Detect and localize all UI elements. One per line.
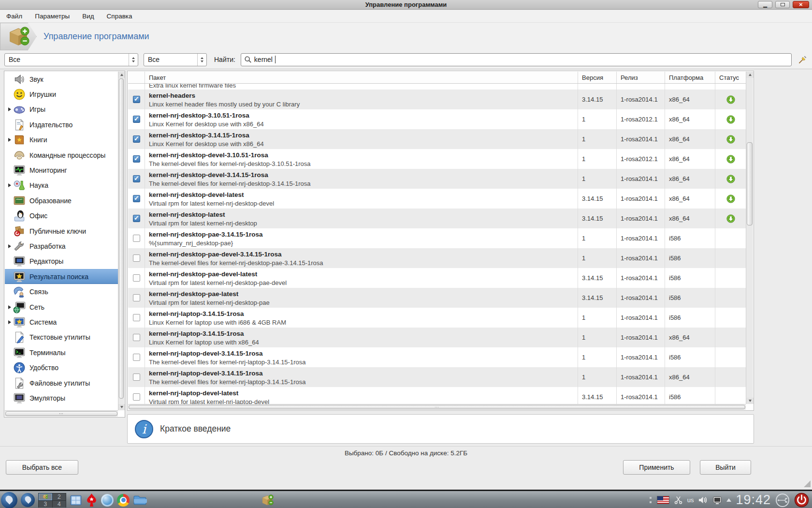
sidebar-item[interactable]: Звук bbox=[5, 72, 118, 87]
scroll-down-icon[interactable] bbox=[118, 404, 125, 410]
usb-emblem-icon[interactable] bbox=[775, 493, 790, 508]
expand-arrow-icon[interactable] bbox=[7, 107, 13, 111]
table-row[interactable]: kernel-nrj-desktop-pae-latestVirtual rpm… bbox=[128, 288, 746, 308]
apply-button[interactable]: Применить bbox=[623, 460, 690, 475]
package-checkbox[interactable] bbox=[133, 116, 140, 123]
package-checkbox[interactable] bbox=[133, 195, 140, 202]
sidebar-item[interactable]: Терминалы bbox=[5, 345, 118, 360]
clear-search-icon[interactable] bbox=[797, 54, 808, 65]
column-header[interactable]: Релиз bbox=[616, 72, 665, 83]
power-button-icon[interactable] bbox=[794, 493, 809, 508]
category-filter-dropdown[interactable]: Все bbox=[4, 53, 138, 66]
column-header[interactable]: Платформа bbox=[665, 72, 715, 83]
column-header[interactable]: Пакет bbox=[145, 72, 578, 83]
sidebar-item[interactable]: Мониторинг bbox=[5, 163, 118, 178]
expand-arrow-icon[interactable] bbox=[7, 138, 13, 142]
package-checkbox[interactable] bbox=[133, 294, 140, 301]
menu-item-2[interactable]: Параметры bbox=[35, 13, 70, 20]
table-row[interactable]: kernel-nrj-laptop-3.14.15-1rosaLinux Ker… bbox=[128, 308, 746, 328]
sidebar-item[interactable]: Офис bbox=[5, 209, 118, 224]
menu-item-1[interactable]: Файл bbox=[6, 13, 22, 20]
scroll-up-icon[interactable] bbox=[746, 72, 754, 78]
expand-arrow-icon[interactable] bbox=[7, 244, 13, 248]
table-row[interactable]: kernel-headersLinux kernel header files … bbox=[128, 90, 746, 109]
scroll-up-icon[interactable] bbox=[118, 72, 125, 78]
sidebar-item[interactable]: Командные процессоры bbox=[5, 148, 118, 163]
rosa-menu-icon[interactable] bbox=[1, 492, 17, 508]
clipboard-scissors-icon[interactable] bbox=[674, 495, 683, 505]
package-checkbox[interactable] bbox=[133, 96, 140, 103]
package-checkbox[interactable] bbox=[133, 215, 140, 222]
sidebar-item[interactable]: Образование bbox=[5, 193, 118, 208]
maximize-button[interactable] bbox=[775, 1, 790, 8]
spinner-icon[interactable] bbox=[129, 54, 138, 66]
table-row[interactable]: kernel-nrj-desktop-3.14.15-1rosaLinux Ke… bbox=[128, 129, 746, 149]
sidebar-vertical-scrollbar[interactable] bbox=[118, 72, 124, 410]
table-row[interactable]: kernel-nrj-laptop-3.14.15-1rosaLinux Ker… bbox=[128, 328, 746, 347]
column-header[interactable] bbox=[128, 72, 145, 83]
package-checkbox[interactable] bbox=[133, 155, 140, 163]
package-checkbox[interactable] bbox=[133, 393, 140, 401]
expand-arrow-icon[interactable] bbox=[7, 320, 13, 324]
table-row[interactable]: kernel-nrj-desktop-latestVirtual rpm for… bbox=[128, 209, 746, 228]
sidebar-item[interactable]: Издательство bbox=[5, 117, 118, 132]
sidebar-item[interactable]: Текстовые утилиты bbox=[5, 330, 118, 345]
file-manager-icon[interactable] bbox=[133, 494, 147, 506]
sidebar-item[interactable]: Разработка bbox=[5, 239, 118, 254]
sidebar-item[interactable]: Игрушки bbox=[5, 87, 118, 102]
media-filter-dropdown[interactable]: Все bbox=[144, 53, 207, 66]
sidebar-horizontal-scrollbar[interactable] bbox=[5, 410, 118, 417]
scrollbar-thumb[interactable] bbox=[129, 405, 745, 409]
package-checkbox[interactable] bbox=[133, 334, 140, 341]
column-header[interactable]: Версия bbox=[578, 72, 616, 83]
package-checkbox[interactable] bbox=[133, 314, 140, 321]
sidebar-item[interactable]: Эмуляторы bbox=[5, 390, 118, 405]
workspace-4[interactable]: 4 bbox=[53, 501, 66, 508]
package-checkbox[interactable] bbox=[133, 354, 140, 361]
package-checkbox[interactable] bbox=[133, 175, 140, 182]
table-row-partial[interactable]: Extra linux kernel firmware files bbox=[128, 84, 746, 90]
sidebar-item[interactable]: Связь bbox=[5, 284, 118, 299]
window-list-icon[interactable] bbox=[70, 494, 82, 507]
volume-icon[interactable] bbox=[698, 495, 708, 505]
keyboard-flag-icon[interactable] bbox=[657, 496, 669, 504]
sidebar-item[interactable]: Система bbox=[5, 314, 118, 329]
column-header[interactable]: Статус bbox=[715, 72, 746, 83]
display-tray-icon[interactable] bbox=[712, 495, 722, 505]
table-row[interactable]: kernel-nrj-laptop-devel-3.14.15-1rosaThe… bbox=[128, 347, 746, 367]
sidebar-item[interactable]: Результаты поиска bbox=[5, 269, 118, 284]
scrollbar-thumb[interactable] bbox=[747, 142, 753, 225]
spinner-icon[interactable] bbox=[197, 54, 206, 66]
select-all-button[interactable]: Выбрать все bbox=[6, 460, 78, 475]
package-checkbox[interactable] bbox=[133, 274, 140, 282]
table-row[interactable]: kernel-nrj-desktop-devel-latestVirtual r… bbox=[128, 189, 746, 209]
resize-grip[interactable] bbox=[804, 480, 811, 487]
sidebar-item[interactable]: Редакторы bbox=[5, 254, 118, 269]
sidebar-item[interactable]: Наука bbox=[5, 178, 118, 193]
sidebar-item[interactable]: Файловые утилиты bbox=[5, 375, 118, 390]
chrome-icon[interactable] bbox=[117, 494, 130, 507]
tray-expander-icon[interactable] bbox=[650, 497, 652, 503]
minimize-button[interactable]: ▁ bbox=[758, 1, 772, 8]
close-button[interactable]: ✕ bbox=[793, 1, 809, 8]
workspace-pager[interactable]: 234 bbox=[38, 493, 66, 508]
expand-arrow-icon[interactable] bbox=[7, 305, 13, 309]
chromium-icon[interactable] bbox=[101, 494, 114, 507]
menu-item-4[interactable]: Справка bbox=[107, 13, 132, 20]
package-checkbox[interactable] bbox=[133, 374, 140, 381]
table-vertical-scrollbar[interactable] bbox=[746, 72, 753, 404]
software-manager-task-icon[interactable] bbox=[260, 493, 275, 508]
window-titlebar[interactable]: Управление программами ▁ ✕ bbox=[0, 0, 812, 10]
table-row[interactable]: kernel-nrj-desktop-devel-3.10.51-1rosaTh… bbox=[128, 149, 746, 169]
workspace-3[interactable]: 3 bbox=[39, 501, 52, 508]
workspace-2[interactable]: 2 bbox=[53, 493, 66, 500]
workspace-1-active[interactable] bbox=[39, 493, 52, 500]
menu-item-3[interactable]: Вид bbox=[82, 13, 94, 20]
keyboard-layout-label[interactable]: us bbox=[687, 496, 694, 504]
table-horizontal-scrollbar[interactable] bbox=[128, 404, 746, 410]
scroll-down-icon[interactable] bbox=[746, 398, 754, 404]
sidebar-item[interactable]: Удобство bbox=[5, 360, 118, 375]
table-row[interactable]: kernel-nrj-desktop-3.10.51-1rosaLinux Ke… bbox=[128, 109, 746, 129]
tray-arrow-icon[interactable] bbox=[726, 498, 731, 502]
sidebar-item[interactable]: Публичные ключи bbox=[5, 224, 118, 239]
